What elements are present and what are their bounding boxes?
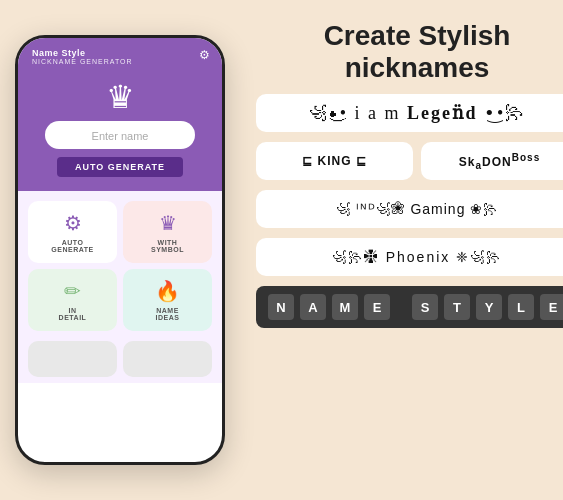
feature-detail-label: INDETAIL [59,307,87,321]
ns-letter-y: Y [476,294,502,320]
ns-letter-l: L [508,294,534,320]
skadon-text: SkaDONBoss [459,152,540,171]
gear-feature-icon: ⚙ [64,211,82,235]
style-cards-row: ⊑ KING ⊑ SkaDONBoss [256,142,563,180]
ns-letter-e: E [364,294,390,320]
phone-section: Name Style NICKNAME GENERATOR ⚙ ♛ Enter … [0,0,240,500]
style-example-phoenix: ꧁꧂❈ Phoenix ❈꧁꧂ [256,238,563,276]
style-example-skadon: SkaDONBoss [421,142,563,180]
feature-ideas-label: NAMEIDEAS [156,307,180,321]
bottom-row [18,341,222,383]
name-input-placeholder: Enter name [92,130,149,142]
ns-letter-s: S [412,294,438,320]
feature-auto-generate[interactable]: ⚙ AUTOGENERATE [28,201,117,263]
gaming-text: ꧁ ᴵᴺᴰ꧁❀ Gaming ❀꧂ [336,201,499,217]
fire-feature-icon: 🔥 [155,279,180,303]
style-example-king: ⊑ KING ⊑ [256,142,413,180]
crown-area: ♛ Enter name AUTO GENERATE [18,73,222,191]
style-example-legend: ꧁•͜• i a m Legen̈d •͜•꧂ [256,94,563,132]
feature-symbol-label: WITHSYMBOL [151,239,184,253]
feature-with-symbol[interactable]: ♛ WITHSYMBOL [123,201,212,263]
title-line2: nicknames [345,52,490,83]
bottom-card-1 [28,341,117,377]
name-input-wrap[interactable]: Enter name [45,121,195,149]
bottom-card-2 [123,341,212,377]
crown-feature-icon: ♛ [159,211,177,235]
phoenix-text: ꧁꧂❈ Phoenix ❈꧁꧂ [332,249,502,265]
ns-letter-a: A [300,294,326,320]
pencil-feature-icon: ✏ [64,279,81,303]
style-example-gaming: ꧁ ᴵᴺᴰ꧁❀ Gaming ❀꧂ [256,190,563,228]
app-name: Name Style [32,48,208,58]
features-grid: ⚙ AUTOGENERATE ♛ WITHSYMBOL ✏ INDETAIL 🔥… [18,191,222,341]
ns-letter-space [396,294,406,320]
phone-mockup: Name Style NICKNAME GENERATOR ⚙ ♛ Enter … [15,35,225,465]
title-line1: Create Stylish [324,20,511,51]
content-section: Create Stylish nicknames ꧁•͜• i a m Lege… [240,0,563,500]
app-subtitle: NICKNAME GENERATOR [32,58,208,65]
ns-letter-m: M [332,294,358,320]
feature-auto-label: AUTOGENERATE [51,239,93,253]
ns-letter-t: T [444,294,470,320]
crown-icon: ♛ [106,81,135,113]
feature-in-detail[interactable]: ✏ INDETAIL [28,269,117,331]
main-title: Create Stylish nicknames [256,20,563,84]
gear-icon[interactable]: ⚙ [199,48,210,62]
auto-generate-button[interactable]: AUTO GENERATE [57,157,183,177]
ns-letter-n: N [268,294,294,320]
feature-name-ideas[interactable]: 🔥 NAMEIDEAS [123,269,212,331]
legend-text: ꧁•͜• i a m Legen̈d •͜•꧂ [309,102,526,124]
phone-header: Name Style NICKNAME GENERATOR ⚙ [18,38,222,73]
name-style-bar: N A M E S T Y L E [256,286,563,328]
ns-letter-e2: E [540,294,563,320]
king-text: ⊑ KING ⊑ [302,154,367,168]
